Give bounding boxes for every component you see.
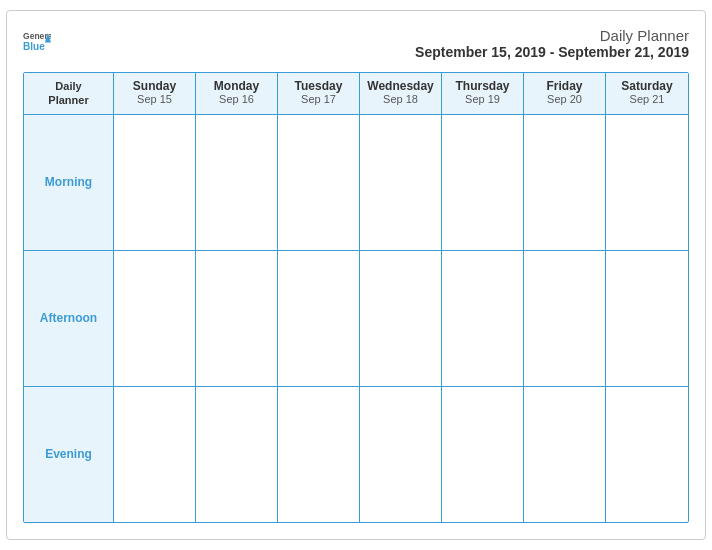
header-label: Daily Planner	[48, 79, 88, 108]
cell-evening-sun[interactable]	[114, 387, 196, 522]
row-label-evening: Evening	[24, 387, 114, 522]
cell-morning-mon[interactable]	[196, 115, 278, 250]
cell-afternoon-sat[interactable]	[606, 251, 688, 386]
cell-evening-wed[interactable]	[360, 387, 442, 522]
row-afternoon: Afternoon	[24, 251, 688, 387]
cell-evening-mon[interactable]	[196, 387, 278, 522]
header-col-5: Friday Sep 20	[524, 73, 606, 114]
title-block: Daily Planner September 15, 2019 - Septe…	[415, 27, 689, 60]
cell-afternoon-fri[interactable]	[524, 251, 606, 386]
cell-afternoon-mon[interactable]	[196, 251, 278, 386]
cell-morning-fri[interactable]	[524, 115, 606, 250]
header-col-0: Sunday Sep 15	[114, 73, 196, 114]
cell-afternoon-sun[interactable]	[114, 251, 196, 386]
header-label-cell: Daily Planner	[24, 73, 114, 114]
header-col-4: Thursday Sep 19	[442, 73, 524, 114]
cell-afternoon-thu[interactable]	[442, 251, 524, 386]
cell-evening-tue[interactable]	[278, 387, 360, 522]
cell-morning-tue[interactable]	[278, 115, 360, 250]
calendar-header-row: Daily Planner Sunday Sep 15 Monday Sep 1…	[24, 73, 688, 115]
header-col-3: Wednesday Sep 18	[360, 73, 442, 114]
logo: General Blue	[23, 27, 51, 55]
header: General Blue Daily Planner September 15,…	[23, 27, 689, 60]
date-range: September 15, 2019 - September 21, 2019	[415, 44, 689, 60]
cell-evening-sat[interactable]	[606, 387, 688, 522]
general-blue-logo-icon: General Blue	[23, 27, 51, 55]
row-label-afternoon: Afternoon	[24, 251, 114, 386]
cell-afternoon-wed[interactable]	[360, 251, 442, 386]
cell-afternoon-tue[interactable]	[278, 251, 360, 386]
calendar-body: Morning Afternoon	[24, 115, 688, 522]
planner-title: Daily Planner	[415, 27, 689, 44]
page: General Blue Daily Planner September 15,…	[6, 10, 706, 540]
cell-morning-sat[interactable]	[606, 115, 688, 250]
header-col-1: Monday Sep 16	[196, 73, 278, 114]
cell-morning-wed[interactable]	[360, 115, 442, 250]
cell-evening-fri[interactable]	[524, 387, 606, 522]
svg-text:Blue: Blue	[23, 41, 45, 52]
row-label-morning: Morning	[24, 115, 114, 250]
cell-morning-sun[interactable]	[114, 115, 196, 250]
row-morning: Morning	[24, 115, 688, 251]
cell-evening-thu[interactable]	[442, 387, 524, 522]
calendar: Daily Planner Sunday Sep 15 Monday Sep 1…	[23, 72, 689, 523]
header-col-2: Tuesday Sep 17	[278, 73, 360, 114]
cell-morning-thu[interactable]	[442, 115, 524, 250]
row-evening: Evening	[24, 387, 688, 522]
header-col-6: Saturday Sep 21	[606, 73, 688, 114]
